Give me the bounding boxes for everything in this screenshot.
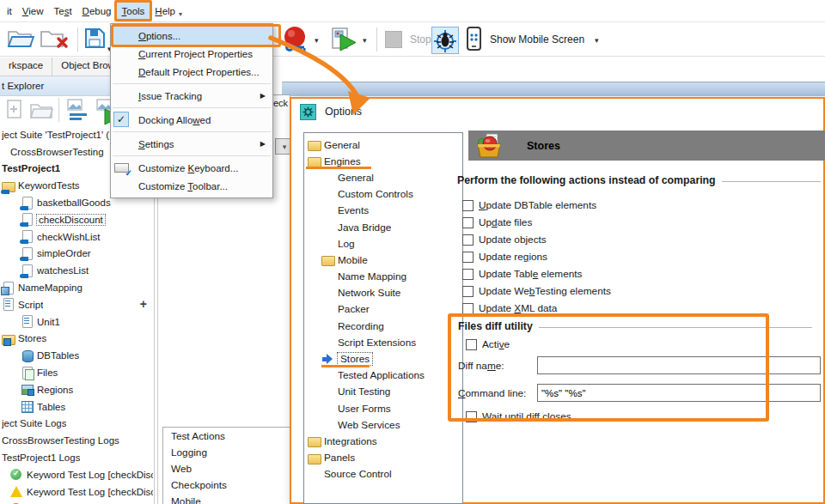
stores-action-checkbox-row[interactable]: Update objects: [462, 231, 611, 248]
wait-checkbox[interactable]: [466, 411, 477, 422]
project-tree-item[interactable]: ject Suite Logs: [0, 416, 153, 433]
stores-action-checkbox-row[interactable]: Update files: [462, 214, 611, 231]
actions-group-title: Perform the following actions instead of…: [457, 174, 716, 186]
options-tree-item[interactable]: Events: [304, 203, 462, 219]
options-tree-item[interactable]: Network Suite: [304, 285, 462, 301]
diff-name-input[interactable]: [537, 356, 821, 374]
run-dropdown-arrow-icon[interactable]: ▾: [363, 36, 367, 45]
tools-menu-item[interactable]: Default Project Properties... ▶: [111, 63, 272, 81]
project-tree-item[interactable]: Unit1: [0, 313, 153, 331]
wait-checkbox-row[interactable]: Wait until diff closes: [466, 408, 571, 425]
operations-list-item[interactable]: Checkpoints: [163, 477, 290, 493]
background-window-titlebar: [282, 82, 825, 96]
project-tree-item[interactable]: Regions: [0, 381, 153, 398]
checkbox[interactable]: [462, 303, 474, 314]
options-tree-item[interactable]: Script Extensions: [304, 334, 462, 350]
menubar-item[interactable]: Help ▾: [150, 0, 187, 21]
options-tree-item[interactable]: Recording: [304, 318, 462, 334]
project-tree-item[interactable]: checkWishList: [0, 228, 153, 246]
options-tree-item[interactable]: Custom Controls: [304, 186, 462, 203]
stores-action-checkbox-row[interactable]: Update XML data: [462, 300, 611, 317]
project-tree-item[interactable]: TestProject1 Logs: [0, 449, 153, 466]
record-dropdown-arrow-icon[interactable]: ▾: [315, 36, 319, 45]
show-mobile-dropdown-arrow-icon[interactable]: ▾: [595, 36, 599, 45]
show-mobile-screen-label[interactable]: Show Mobile Screen: [490, 33, 584, 46]
options-tree-item[interactable]: Panels: [304, 450, 462, 466]
options-tree-item[interactable]: Web Services: [304, 416, 462, 433]
operations-list-item[interactable]: Logging: [163, 444, 290, 460]
checkbox[interactable]: [462, 252, 474, 263]
options-tree-item[interactable]: Tested Applications: [304, 367, 462, 384]
options-tree-item[interactable]: Integrations: [304, 433, 462, 449]
tree-item-label: simpleOrder: [37, 248, 91, 258]
project-tree-item[interactable]: simpleOrder: [0, 246, 153, 263]
menubar-item[interactable]: Tools ▾: [117, 0, 150, 21]
project-tree-item[interactable]: Keyword Test Log [checkDiscour: [0, 483, 153, 501]
operations-list-item[interactable]: Mobile: [163, 493, 290, 504]
workspace-tab[interactable]: rkspace: [0, 58, 52, 76]
checkbox[interactable]: [462, 234, 474, 246]
project-tree-item[interactable]: watchesList: [0, 262, 153, 279]
operations-list-item[interactable]: Test Actions: [163, 428, 290, 444]
options-tree-item[interactable]: Stores: [304, 350, 462, 367]
stores-action-checkbox-row[interactable]: Update DBTable elements: [462, 197, 611, 214]
checkbox[interactable]: [462, 269, 474, 280]
command-line-input[interactable]: [537, 384, 821, 402]
tree-item-label: ject Suite Logs: [2, 418, 66, 428]
options-tree-item[interactable]: Unit Testing: [304, 384, 462, 400]
debug-bug-icon[interactable]: [431, 27, 459, 54]
record-icon[interactable]: [282, 26, 309, 53]
tools-menu-item[interactable]: Settings ▶: [111, 135, 272, 153]
tools-menu-item[interactable]: Docking Allowed ▶: [111, 111, 272, 129]
active-checkbox[interactable]: [466, 339, 477, 350]
menubar-item-label: Test: [53, 6, 71, 16]
add-project-item-icon[interactable]: [65, 98, 91, 128]
project-tree-item[interactable]: Keyword Test Log [checkDiscour: [0, 501, 153, 504]
options-tree-item[interactable]: Mobile: [304, 252, 462, 268]
menubar-item[interactable]: Debug ▾: [77, 0, 117, 21]
options-tree-item[interactable]: User Forms: [304, 400, 462, 416]
options-tree-item[interactable]: Log: [304, 235, 462, 252]
options-tree-item[interactable]: General: [304, 137, 462, 153]
options-tree-item[interactable]: Engines: [304, 153, 462, 169]
menubar-item[interactable]: it ▾: [2, 0, 17, 21]
menu-item-label: Current Project Properties: [138, 49, 253, 59]
tree-item-icon: [21, 315, 34, 328]
stores-action-checkbox-row[interactable]: Update Table elements: [462, 265, 611, 282]
tools-menu-item[interactable]: Current Project Properties ▶: [111, 45, 272, 63]
tools-menu-item[interactable]: Options... ▶: [111, 27, 272, 45]
project-tree-item[interactable]: Tables: [0, 398, 153, 416]
project-tree-item[interactable]: Stores: [0, 331, 153, 348]
active-checkbox-row[interactable]: Active: [466, 336, 510, 353]
toolbar-separator: [77, 27, 78, 52]
save-icon[interactable]: [83, 27, 107, 50]
run-test-icon[interactable]: [332, 27, 358, 52]
options-tree-item[interactable]: Java Bridge: [304, 219, 462, 235]
tools-menu-item[interactable]: Customize Keyboard... ▶: [111, 159, 272, 177]
stores-action-checkbox-row[interactable]: Update WebTesting elements: [462, 282, 611, 300]
checkbox[interactable]: [462, 286, 474, 297]
options-dialog-titlebar[interactable]: Options: [291, 99, 823, 124]
options-tree-item[interactable]: Packer: [304, 301, 462, 318]
project-tree-item[interactable]: CrossBrowserTesting Logs: [0, 432, 153, 449]
tools-menu-item[interactable]: Issue Tracking ▶: [111, 87, 272, 105]
checkbox[interactable]: [462, 200, 474, 211]
options-tree-item[interactable]: Name Mapping: [304, 269, 462, 285]
project-tree-item[interactable]: Files: [0, 364, 153, 381]
operations-list-item[interactable]: Web: [163, 460, 290, 477]
menubar-item[interactable]: Test ▾: [48, 0, 76, 21]
open-folder-icon[interactable]: [7, 27, 34, 51]
checkbox[interactable]: [462, 217, 474, 228]
close-folder-icon[interactable]: [40, 27, 70, 51]
tools-menu-item[interactable]: Customize Toolbar... ▶: [111, 177, 272, 195]
project-tree-item[interactable]: Script: [0, 296, 153, 313]
options-tree-item[interactable]: Source Control: [304, 466, 462, 483]
project-tree-item[interactable]: checkDiscount: [0, 211, 153, 228]
project-tree-item[interactable]: NameMapping: [0, 279, 153, 296]
project-tree-item[interactable]: DBTables: [0, 347, 153, 364]
stores-action-checkbox-row[interactable]: Update regions: [462, 248, 611, 265]
menubar-item[interactable]: View ▾: [17, 0, 49, 21]
project-tree-item[interactable]: Keyword Test Log [checkDiscour: [0, 466, 153, 483]
options-tree-item[interactable]: General: [304, 169, 462, 185]
mobile-screen-icon[interactable]: [466, 27, 483, 52]
